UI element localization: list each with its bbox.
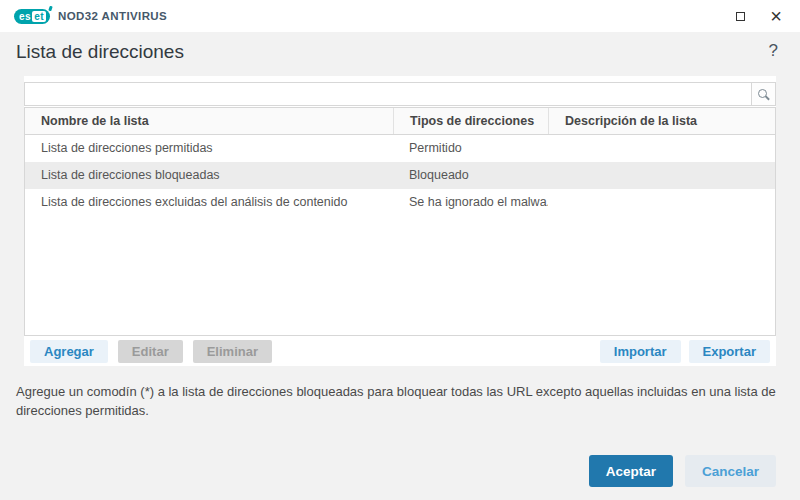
cell-name: Lista de direcciones excluidas del análi… xyxy=(25,189,393,216)
product-name: NOD32 ANTIVIRUS xyxy=(58,10,167,22)
cell-description xyxy=(548,162,775,189)
right-actions: Importar Exportar xyxy=(600,340,770,363)
search-button[interactable] xyxy=(751,83,775,105)
search-box xyxy=(24,82,776,106)
search-icon xyxy=(758,89,767,98)
table-header-row: Nombre de la lista Tipos de direcciones … xyxy=(25,108,775,135)
table-row[interactable]: Lista de direcciones permitidas Permitid… xyxy=(25,135,775,162)
page-header: Lista de direcciones ? xyxy=(0,32,800,76)
dialog-footer: Aceptar Cancelar xyxy=(589,455,776,487)
cell-description xyxy=(548,189,775,216)
content-panel: Nombre de la lista Tipos de direcciones … xyxy=(24,76,776,366)
cell-name: Lista de direcciones permitidas xyxy=(25,135,393,162)
edit-button[interactable]: Editar xyxy=(118,340,183,363)
window-controls: × xyxy=(726,0,790,32)
address-list-table: Nombre de la lista Tipos de direcciones … xyxy=(24,107,776,336)
column-header-name[interactable]: Nombre de la lista xyxy=(25,108,393,134)
cell-type: Se ha ignorado el malwa... xyxy=(393,189,548,216)
eset-address-list-dialog: eset NOD32 ANTIVIRUS × Lista de direccio… xyxy=(0,0,800,500)
action-button-row: Agregar Editar Eliminar Importar Exporta… xyxy=(24,336,776,366)
export-button[interactable]: Exportar xyxy=(689,340,770,363)
close-button[interactable]: × xyxy=(762,0,790,32)
table-row[interactable]: Lista de direcciones excluidas del análi… xyxy=(25,189,775,216)
close-icon: × xyxy=(770,6,782,26)
eset-logo: eset xyxy=(14,9,50,24)
column-header-type[interactable]: Tipos de direcciones xyxy=(393,108,548,134)
maximize-icon xyxy=(736,12,745,21)
maximize-button[interactable] xyxy=(726,0,754,32)
cell-name: Lista de direcciones bloqueadas xyxy=(25,162,393,189)
brand: eset NOD32 ANTIVIRUS xyxy=(14,0,167,32)
eset-logo-text-2: et xyxy=(32,11,46,22)
cell-type: Permitido xyxy=(393,135,548,162)
column-header-description[interactable]: Descripción de la lista xyxy=(548,108,775,134)
cell-description xyxy=(548,135,775,162)
search-input[interactable] xyxy=(25,83,751,105)
help-icon[interactable]: ? xyxy=(769,41,778,61)
wildcard-note: Agregue un comodín (*) a la lista de dir… xyxy=(16,382,780,420)
table-row[interactable]: Lista de direcciones bloqueadas Bloquead… xyxy=(25,162,775,189)
accept-button[interactable]: Aceptar xyxy=(589,455,673,487)
page-title: Lista de direcciones xyxy=(16,41,184,63)
import-button[interactable]: Importar xyxy=(600,340,681,363)
cancel-button[interactable]: Cancelar xyxy=(685,455,776,487)
titlebar: eset NOD32 ANTIVIRUS × xyxy=(0,0,800,32)
left-actions: Agregar Editar Eliminar xyxy=(30,340,272,363)
delete-button[interactable]: Eliminar xyxy=(193,340,272,363)
add-button[interactable]: Agregar xyxy=(30,340,108,363)
cell-type: Bloqueado xyxy=(393,162,548,189)
eset-logo-text-1: es xyxy=(19,11,31,22)
